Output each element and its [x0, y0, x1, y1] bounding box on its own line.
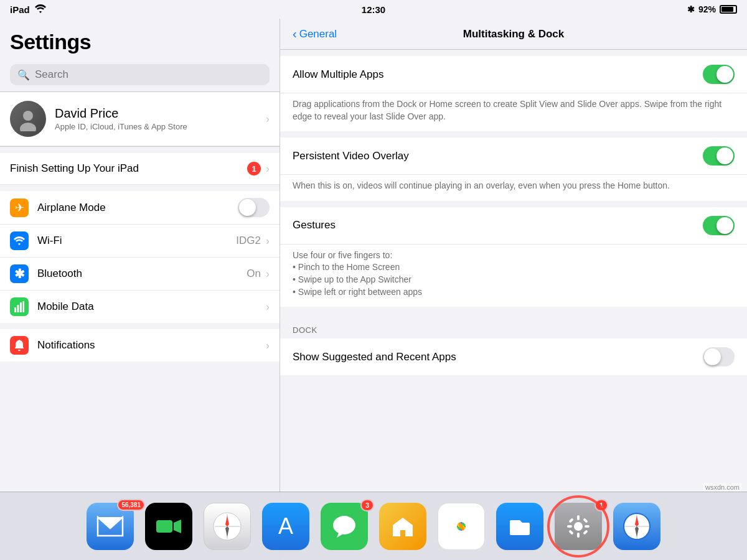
gestures-label: Gestures: [293, 219, 703, 231]
mail-badge: 56,381: [117, 499, 145, 511]
mobile-data-chevron-icon: ›: [266, 301, 270, 314]
dock-app-mail[interactable]: 56,381: [87, 503, 134, 550]
persistent-video-row[interactable]: Persistent Video Overlay: [280, 138, 747, 175]
show-suggested-toggle[interactable]: [703, 347, 735, 366]
dock-settings-group: Show Suggested and Recent Apps: [280, 338, 747, 375]
persistent-video-toggle[interactable]: [703, 146, 735, 166]
bluetooth-icon: ✱: [10, 264, 29, 283]
back-label: General: [299, 28, 337, 40]
dock-app-appstore[interactable]: A: [262, 503, 309, 550]
bluetooth-value: On: [247, 268, 261, 280]
right-content: Allow Multiple Apps Drag applications fr…: [280, 50, 747, 560]
dock-bar: 56,381 A 3: [0, 492, 747, 560]
svg-rect-40: [583, 518, 588, 523]
allow-multiple-section: Allow Multiple Apps Drag applications fr…: [280, 56, 747, 131]
nav-bar: ‹ General Multitasking & Dock: [280, 19, 747, 50]
profile-name: David Price: [55, 106, 257, 121]
show-suggested-row[interactable]: Show Suggested and Recent Apps: [280, 338, 747, 375]
search-input[interactable]: [35, 68, 262, 81]
gestures-toggle[interactable]: [703, 216, 735, 235]
svg-rect-3: [17, 305, 19, 312]
svg-rect-8: [156, 520, 172, 533]
photos-icon: [438, 503, 485, 550]
persistent-video-label: Persistent Video Overlay: [293, 150, 703, 162]
mobile-data-icon: [10, 297, 29, 316]
svg-text:A: A: [278, 513, 293, 539]
battery-icon: [720, 5, 737, 14]
finish-setup-row[interactable]: Finish Setting Up Your iPad 1 ›: [0, 153, 280, 185]
list-item[interactable]: Wi-Fi IDG2 ›: [0, 225, 280, 258]
appstore-icon: A: [262, 503, 309, 550]
files-icon: [496, 503, 543, 550]
status-bar: iPad 12:30 ✱ 92%: [0, 0, 747, 19]
dock-app-settings[interactable]: 1: [555, 503, 602, 550]
toggle-knob: [239, 199, 256, 216]
list-item[interactable]: Mobile Data ›: [0, 291, 280, 323]
airplane-mode-icon: ✈: [10, 198, 29, 217]
dock-app-safari[interactable]: [204, 503, 251, 550]
toggle-knob: [704, 348, 721, 365]
avatar: [10, 101, 46, 137]
section-divider-1: [0, 147, 280, 153]
allow-multiple-toggle[interactable]: [703, 65, 735, 84]
status-time: 12:30: [362, 4, 385, 15]
dock-app-home[interactable]: [379, 503, 426, 550]
airplane-mode-label: Airplane Mode: [37, 202, 238, 214]
battery-percent: 92%: [698, 4, 716, 14]
profile-chevron-icon: ›: [266, 113, 270, 126]
gestures-row[interactable]: Gestures: [280, 207, 747, 245]
search-bar[interactable]: 🔍: [10, 64, 270, 85]
notifications-chevron-icon: ›: [266, 339, 270, 352]
status-left: iPad: [10, 4, 46, 15]
profile-info: David Price Apple ID, iCloud, iTunes & A…: [55, 106, 257, 131]
back-button[interactable]: ‹ General: [293, 27, 337, 41]
settings-badge: 1: [594, 499, 608, 511]
gestures-desc: Use four or five fingers to:• Pinch to t…: [280, 245, 747, 307]
gestures-section: Gestures Use four or five fingers to:• P…: [280, 207, 747, 307]
dock-app-messages[interactable]: 3: [321, 503, 368, 550]
avatar-placeholder: [10, 101, 46, 137]
svg-point-1: [20, 123, 36, 131]
persistent-video-desc: When this is on, videos will continue pl…: [280, 175, 747, 201]
dock-app-facetime[interactable]: [145, 503, 192, 550]
mobile-data-label: Mobile Data: [37, 301, 266, 313]
allow-multiple-desc: Drag applications from the Dock or Home …: [280, 93, 747, 131]
notifications-partial-row[interactable]: Notifications ›: [0, 329, 280, 362]
settings-title-bar: Settings: [0, 19, 280, 60]
finish-setup-chevron-icon: ›: [266, 162, 270, 175]
profile-row[interactable]: David Price Apple ID, iCloud, iTunes & A…: [0, 92, 280, 146]
svg-point-32: [574, 522, 583, 531]
home-app-icon: [379, 503, 426, 550]
airplane-mode-toggle[interactable]: [238, 198, 270, 217]
section-divider-2: [0, 185, 280, 191]
svg-rect-38: [583, 530, 588, 534]
wifi-label: Wi-Fi: [37, 235, 236, 247]
profile-subtitle: Apple ID, iCloud, iTunes & App Store: [55, 122, 257, 131]
facetime-icon: [145, 503, 192, 550]
left-panel: Settings 🔍 David Price: [0, 19, 280, 560]
finish-setup-label: Finish Setting Up Your iPad: [10, 162, 247, 175]
list-item[interactable]: ✈ Airplane Mode: [0, 191, 280, 225]
safari2-icon: [613, 503, 660, 550]
dock-section: DOCK Show Suggested and Recent Apps: [280, 317, 747, 375]
dock-app-photos[interactable]: [438, 503, 485, 550]
svg-rect-34: [577, 533, 580, 538]
allow-multiple-label: Allow Multiple Apps: [293, 68, 703, 81]
svg-rect-37: [568, 518, 573, 523]
wifi-value: IDG2: [236, 235, 261, 247]
allow-multiple-row[interactable]: Allow Multiple Apps: [280, 56, 747, 93]
list-item[interactable]: ✱ Bluetooth On ›: [0, 258, 280, 291]
dock-app-safari2[interactable]: [613, 503, 660, 550]
finish-setup-badge: 1: [247, 162, 261, 175]
toggle-knob: [716, 66, 733, 83]
bluetooth-label: Bluetooth: [37, 268, 247, 280]
search-icon: 🔍: [17, 69, 30, 81]
svg-rect-5: [23, 301, 25, 312]
bluetooth-status-icon: ✱: [687, 4, 695, 14]
status-right: ✱ 92%: [687, 4, 737, 14]
dock-app-files[interactable]: [496, 503, 543, 550]
svg-rect-4: [20, 302, 22, 312]
nav-title: Multitasking & Dock: [463, 28, 564, 40]
search-bar-container: 🔍: [0, 60, 280, 91]
toggle-knob: [716, 217, 733, 234]
